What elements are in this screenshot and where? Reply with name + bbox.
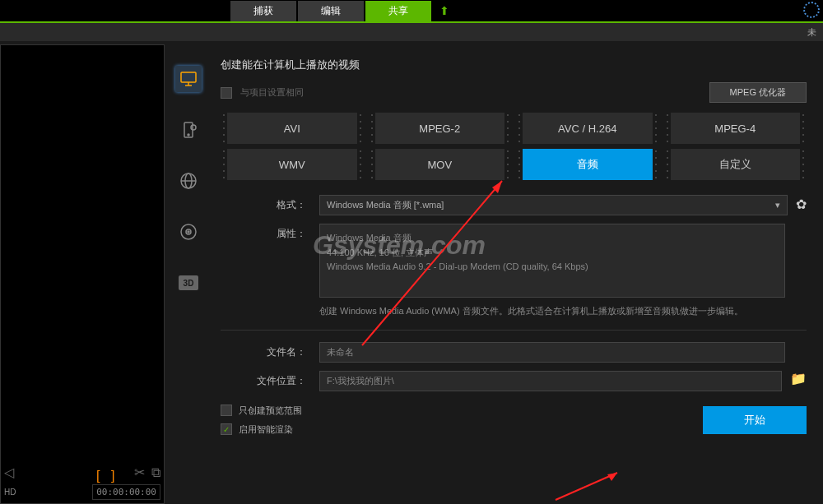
- svg-point-4: [188, 134, 189, 136]
- format-custom[interactable]: 自定义: [664, 149, 807, 180]
- resolution-label: HD: [4, 488, 16, 497]
- format-avi[interactable]: AVI: [221, 113, 364, 144]
- props-description: 创建 Windows Media Audio (WMA) 音频文件。此格式适合在…: [319, 304, 785, 318]
- format-label: 格式：: [221, 195, 319, 212]
- format-value: Windows Media 音频 [*.wma]: [327, 199, 444, 211]
- svg-text:3D: 3D: [184, 279, 194, 288]
- mobile-icon[interactable]: [175, 117, 202, 143]
- share-content: 创建能在计算机上播放的视频 与项目设置相同 MPEG 优化器 AVI MPEG-…: [212, 41, 823, 504]
- same-as-project-checkbox[interactable]: [221, 87, 232, 99]
- preview-screen: [1, 45, 164, 440]
- props-box: Windows Media 音频 44.100 KHz, 16 位, 立体声 W…: [319, 224, 785, 298]
- tab-share[interactable]: 共享: [365, 1, 431, 21]
- location-input[interactable]: F:\我找我的图片\: [319, 371, 782, 391]
- svg-point-5: [191, 125, 196, 130]
- filename-label: 文件名：: [221, 342, 319, 359]
- disc-icon[interactable]: [175, 219, 202, 245]
- location-label: 文件位置：: [221, 371, 319, 388]
- 3d-icon[interactable]: 3D: [175, 270, 202, 296]
- arrow-up-icon: ⬆: [439, 4, 449, 17]
- web-icon[interactable]: [175, 168, 202, 194]
- gear-icon[interactable]: ✿: [796, 195, 807, 212]
- start-button[interactable]: 开始: [703, 406, 807, 434]
- format-mpeg2[interactable]: MPEG-2: [369, 113, 512, 144]
- timecode: 00:00:00:00: [92, 484, 160, 500]
- computer-icon[interactable]: [175, 66, 202, 92]
- tab-capture[interactable]: 捕获: [230, 1, 296, 21]
- output-type-sidebar: 3D: [165, 41, 212, 504]
- section-title: 创建能在计算机上播放的视频: [221, 58, 807, 72]
- svg-rect-0: [181, 72, 196, 82]
- smart-render-checkbox[interactable]: ✓: [221, 423, 232, 435]
- status-bar: 未: [0, 23, 823, 41]
- preview-only-checkbox[interactable]: [221, 405, 232, 416]
- folder-icon[interactable]: 📁: [790, 371, 807, 386]
- preview-timeline[interactable]: ◁ [ ] ✂ ⧉: [4, 465, 160, 480]
- format-dropdown[interactable]: Windows Media 音频 [*.wma] ▾: [319, 195, 788, 215]
- format-grid: AVI MPEG-2 AVC / H.264 MPEG-4 WMV MOV 音频…: [221, 113, 807, 180]
- preview-panel: ◁ [ ] ✂ ⧉ HD 00:00:00:00: [0, 44, 165, 504]
- tab-edit[interactable]: 编辑: [298, 1, 364, 21]
- smart-render-label: 启用智能渲染: [239, 423, 293, 436]
- filename-input[interactable]: 未命名: [319, 342, 785, 363]
- format-mpeg4[interactable]: MPEG-4: [664, 113, 807, 144]
- format-mov[interactable]: MOV: [369, 149, 512, 180]
- mpeg-optimizer-button[interactable]: MPEG 优化器: [709, 82, 807, 103]
- top-tabs: 捕获 编辑 共享 ⬆: [0, 0, 823, 21]
- chevron-down-icon: ▾: [775, 200, 780, 210]
- divider: [221, 330, 807, 331]
- preview-only-label: 只创建预览范围: [239, 405, 302, 417]
- svg-point-11: [188, 231, 189, 233]
- same-as-project-label: 与项目设置相同: [240, 86, 709, 99]
- format-wmv[interactable]: WMV: [221, 149, 364, 180]
- help-indicator: [803, 2, 820, 18]
- format-audio[interactable]: 音频: [516, 149, 659, 180]
- props-label: 属性：: [221, 224, 319, 241]
- format-avc[interactable]: AVC / H.264: [516, 113, 659, 144]
